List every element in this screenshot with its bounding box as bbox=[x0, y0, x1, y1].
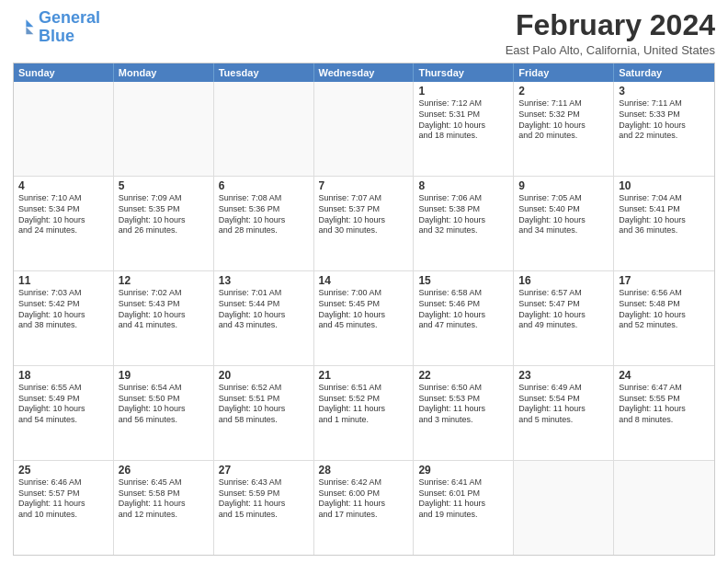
calendar-row-2: 11Sunrise: 7:03 AM Sunset: 5:42 PM Dayli… bbox=[14, 270, 714, 365]
day-number: 27 bbox=[219, 464, 309, 477]
calendar-cell-w4-d5 bbox=[514, 461, 614, 555]
location: East Palo Alto, California, United State… bbox=[506, 43, 715, 57]
day-number: 25 bbox=[18, 464, 108, 477]
calendar-cell-w1-d2: 6Sunrise: 7:08 AM Sunset: 5:36 PM Daylig… bbox=[214, 177, 314, 270]
calendar-cell-w4-d2: 27Sunrise: 6:43 AM Sunset: 5:59 PM Dayli… bbox=[214, 461, 314, 555]
header-day-sunday: Sunday bbox=[14, 63, 114, 82]
calendar-cell-w0-d4: 1Sunrise: 7:12 AM Sunset: 5:31 PM Daylig… bbox=[414, 82, 514, 176]
day-number: 13 bbox=[219, 274, 309, 287]
calendar-cell-w4-d0: 25Sunrise: 6:46 AM Sunset: 5:57 PM Dayli… bbox=[14, 461, 114, 555]
calendar-cell-w1-d3: 7Sunrise: 7:07 AM Sunset: 5:37 PM Daylig… bbox=[314, 177, 415, 270]
logo-text: General Blue bbox=[39, 9, 100, 46]
day-number: 20 bbox=[219, 369, 309, 382]
day-number: 21 bbox=[319, 369, 409, 382]
header-day-saturday: Saturday bbox=[614, 63, 714, 82]
day-number: 22 bbox=[418, 369, 508, 382]
cell-text: Sunrise: 6:41 AM Sunset: 6:01 PM Dayligh… bbox=[418, 477, 508, 521]
calendar-cell-w3-d0: 18Sunrise: 6:55 AM Sunset: 5:49 PM Dayli… bbox=[14, 366, 114, 460]
cell-text: Sunrise: 6:46 AM Sunset: 5:57 PM Dayligh… bbox=[18, 477, 108, 521]
calendar-cell-w1-d0: 4Sunrise: 7:10 AM Sunset: 5:34 PM Daylig… bbox=[14, 177, 114, 270]
cell-text: Sunrise: 7:08 AM Sunset: 5:36 PM Dayligh… bbox=[219, 193, 309, 236]
calendar-cell-w3-d5: 23Sunrise: 6:49 AM Sunset: 5:54 PM Dayli… bbox=[514, 366, 614, 460]
cell-text: Sunrise: 6:49 AM Sunset: 5:54 PM Dayligh… bbox=[518, 383, 609, 426]
cell-text: Sunrise: 7:09 AM Sunset: 5:35 PM Dayligh… bbox=[119, 193, 209, 236]
cell-text: Sunrise: 7:10 AM Sunset: 5:34 PM Dayligh… bbox=[18, 193, 108, 236]
calendar-cell-w2-d1: 12Sunrise: 7:02 AM Sunset: 5:43 PM Dayli… bbox=[114, 271, 214, 365]
day-number: 3 bbox=[619, 85, 710, 98]
logo-line1: General bbox=[39, 8, 100, 27]
svg-marker-0 bbox=[26, 19, 33, 27]
logo-line2: Blue bbox=[39, 27, 74, 45]
calendar-cell-w2-d4: 15Sunrise: 6:58 AM Sunset: 5:46 PM Dayli… bbox=[414, 271, 514, 365]
cell-text: Sunrise: 6:50 AM Sunset: 5:53 PM Dayligh… bbox=[418, 383, 508, 426]
cell-text: Sunrise: 7:03 AM Sunset: 5:42 PM Dayligh… bbox=[18, 288, 108, 331]
calendar-cell-w3-d2: 20Sunrise: 6:52 AM Sunset: 5:51 PM Dayli… bbox=[214, 366, 314, 460]
calendar-cell-w3-d1: 19Sunrise: 6:54 AM Sunset: 5:50 PM Dayli… bbox=[114, 366, 214, 460]
calendar-cell-w1-d5: 9Sunrise: 7:05 AM Sunset: 5:40 PM Daylig… bbox=[514, 177, 614, 270]
day-number: 2 bbox=[518, 85, 609, 98]
day-number: 19 bbox=[119, 369, 209, 382]
cell-text: Sunrise: 6:57 AM Sunset: 5:47 PM Dayligh… bbox=[518, 288, 609, 331]
calendar-cell-w4-d3: 28Sunrise: 6:42 AM Sunset: 6:00 PM Dayli… bbox=[314, 461, 415, 555]
cell-text: Sunrise: 7:07 AM Sunset: 5:37 PM Dayligh… bbox=[319, 193, 409, 236]
logo-icon bbox=[13, 17, 35, 39]
header-day-monday: Monday bbox=[114, 63, 214, 82]
day-number: 9 bbox=[518, 179, 609, 192]
calendar-cell-w2-d5: 16Sunrise: 6:57 AM Sunset: 5:47 PM Dayli… bbox=[514, 271, 614, 365]
month-title: February 2024 bbox=[506, 9, 715, 41]
cell-text: Sunrise: 7:05 AM Sunset: 5:40 PM Dayligh… bbox=[518, 193, 609, 236]
header-day-wednesday: Wednesday bbox=[314, 63, 415, 82]
cell-text: Sunrise: 7:06 AM Sunset: 5:38 PM Dayligh… bbox=[418, 193, 508, 236]
day-number: 11 bbox=[18, 274, 108, 287]
cell-text: Sunrise: 7:00 AM Sunset: 5:45 PM Dayligh… bbox=[319, 288, 409, 331]
calendar: SundayMondayTuesdayWednesdayThursdayFrid… bbox=[13, 63, 715, 556]
calendar-cell-w1-d1: 5Sunrise: 7:09 AM Sunset: 5:35 PM Daylig… bbox=[114, 177, 214, 270]
calendar-cell-w2-d3: 14Sunrise: 7:00 AM Sunset: 5:45 PM Dayli… bbox=[314, 271, 415, 365]
cell-text: Sunrise: 6:51 AM Sunset: 5:52 PM Dayligh… bbox=[319, 383, 409, 426]
day-number: 10 bbox=[619, 179, 710, 192]
day-number: 6 bbox=[219, 179, 309, 192]
calendar-cell-w0-d5: 2Sunrise: 7:11 AM Sunset: 5:32 PM Daylig… bbox=[514, 82, 614, 176]
calendar-cell-w1-d4: 8Sunrise: 7:06 AM Sunset: 5:38 PM Daylig… bbox=[414, 177, 514, 270]
day-number: 15 bbox=[418, 274, 508, 287]
header: General Blue February 2024 East Palo Alt… bbox=[13, 9, 715, 57]
calendar-cell-w3-d6: 24Sunrise: 6:47 AM Sunset: 5:55 PM Dayli… bbox=[614, 366, 714, 460]
day-number: 16 bbox=[518, 274, 609, 287]
day-number: 4 bbox=[18, 179, 108, 192]
cell-text: Sunrise: 6:52 AM Sunset: 5:51 PM Dayligh… bbox=[219, 383, 309, 426]
day-number: 12 bbox=[119, 274, 209, 287]
calendar-cell-w3-d4: 22Sunrise: 6:50 AM Sunset: 5:53 PM Dayli… bbox=[414, 366, 514, 460]
calendar-cell-w3-d3: 21Sunrise: 6:51 AM Sunset: 5:52 PM Dayli… bbox=[314, 366, 415, 460]
calendar-cell-w2-d6: 17Sunrise: 6:56 AM Sunset: 5:48 PM Dayli… bbox=[614, 271, 714, 365]
calendar-cell-w0-d1 bbox=[114, 82, 214, 176]
calendar-row-4: 25Sunrise: 6:46 AM Sunset: 5:57 PM Dayli… bbox=[14, 460, 714, 555]
calendar-row-1: 4Sunrise: 7:10 AM Sunset: 5:34 PM Daylig… bbox=[14, 176, 714, 270]
cell-text: Sunrise: 6:43 AM Sunset: 5:59 PM Dayligh… bbox=[219, 477, 309, 521]
svg-marker-1 bbox=[26, 27, 33, 34]
cell-text: Sunrise: 6:58 AM Sunset: 5:46 PM Dayligh… bbox=[418, 288, 508, 331]
header-day-thursday: Thursday bbox=[414, 63, 514, 82]
header-day-friday: Friday bbox=[514, 63, 614, 82]
calendar-cell-w4-d4: 29Sunrise: 6:41 AM Sunset: 6:01 PM Dayli… bbox=[414, 461, 514, 555]
calendar-cell-w1-d6: 10Sunrise: 7:04 AM Sunset: 5:41 PM Dayli… bbox=[614, 177, 714, 270]
cell-text: Sunrise: 7:11 AM Sunset: 5:32 PM Dayligh… bbox=[518, 98, 609, 142]
calendar-cell-w4-d1: 26Sunrise: 6:45 AM Sunset: 5:58 PM Dayli… bbox=[114, 461, 214, 555]
calendar-cell-w0-d3 bbox=[314, 82, 415, 176]
day-number: 23 bbox=[518, 369, 609, 382]
cell-text: Sunrise: 6:54 AM Sunset: 5:50 PM Dayligh… bbox=[119, 383, 209, 426]
calendar-row-3: 18Sunrise: 6:55 AM Sunset: 5:49 PM Dayli… bbox=[14, 365, 714, 460]
day-number: 1 bbox=[418, 85, 508, 98]
cell-text: Sunrise: 6:42 AM Sunset: 6:00 PM Dayligh… bbox=[319, 477, 409, 521]
day-number: 7 bbox=[319, 179, 409, 192]
day-number: 18 bbox=[18, 369, 108, 382]
day-number: 29 bbox=[418, 464, 508, 477]
cell-text: Sunrise: 7:12 AM Sunset: 5:31 PM Dayligh… bbox=[418, 98, 508, 142]
calendar-cell-w0-d0 bbox=[14, 82, 114, 176]
cell-text: Sunrise: 7:02 AM Sunset: 5:43 PM Dayligh… bbox=[119, 288, 209, 331]
calendar-cell-w4-d6 bbox=[614, 461, 714, 555]
cell-text: Sunrise: 6:45 AM Sunset: 5:58 PM Dayligh… bbox=[119, 477, 209, 521]
day-number: 5 bbox=[119, 179, 209, 192]
calendar-cell-w0-d6: 3Sunrise: 7:11 AM Sunset: 5:33 PM Daylig… bbox=[614, 82, 714, 176]
cell-text: Sunrise: 7:04 AM Sunset: 5:41 PM Dayligh… bbox=[619, 193, 710, 236]
day-number: 24 bbox=[619, 369, 710, 382]
